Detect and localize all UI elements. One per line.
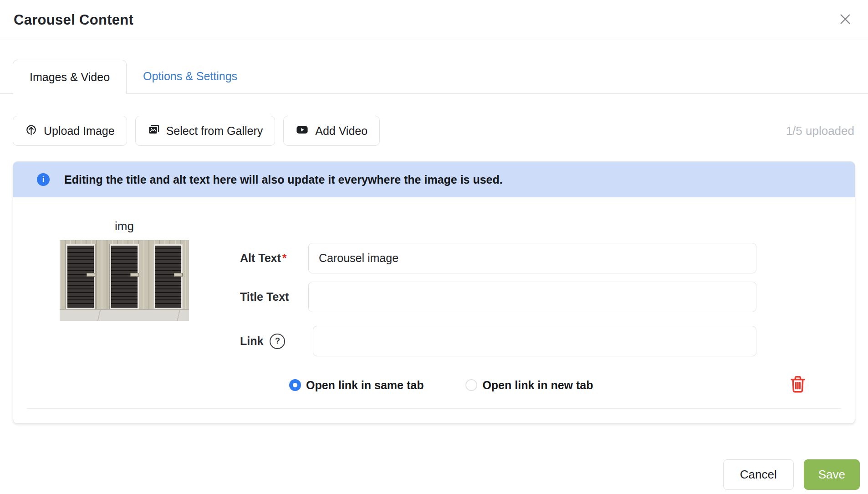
- storage-door: [153, 244, 183, 309]
- close-button[interactable]: [837, 12, 853, 28]
- thumbnail-ground: [60, 309, 189, 321]
- link-label: Link ?: [240, 334, 308, 349]
- image-form: Alt Text* Title Text Link ?: [240, 243, 841, 396]
- modal-title: Carousel Content: [14, 12, 133, 28]
- radio-group-new-tab: Open link in new tab: [465, 379, 593, 392]
- required-asterisk: *: [282, 252, 287, 265]
- add-video-button[interactable]: Add Video: [283, 116, 380, 146]
- radio-new-tab-label[interactable]: Open link in new tab: [482, 379, 593, 392]
- close-icon: [838, 12, 853, 28]
- carousel-image-thumbnail: [60, 240, 189, 321]
- radio-new-tab[interactable]: [465, 379, 477, 391]
- title-text-input[interactable]: [308, 282, 756, 312]
- cancel-button[interactable]: Cancel: [723, 459, 794, 490]
- title-text-row: Title Text: [240, 282, 841, 312]
- radio-same-tab[interactable]: [289, 379, 301, 391]
- tab-images-video[interactable]: Images & Video: [13, 60, 127, 94]
- select-from-gallery-label: Select from Gallery: [166, 124, 263, 138]
- question-icon[interactable]: ?: [270, 334, 285, 349]
- link-target-radio-row: Open link in same tab Open link in new t…: [289, 375, 841, 396]
- tab-bar: Images & Video Options & Settings: [0, 59, 868, 94]
- gallery-icon: [148, 124, 160, 139]
- upload-image-button[interactable]: Upload Image: [13, 116, 127, 146]
- info-banner-text: Editing the title and alt text here will…: [64, 173, 503, 186]
- info-icon: i: [37, 173, 50, 186]
- info-banner: i Editing the title and alt text here wi…: [13, 162, 855, 197]
- storage-door: [66, 244, 95, 309]
- item-editor: img Alt Text* Title Text: [13, 197, 855, 396]
- link-row: Link ?: [240, 326, 841, 356]
- thumbnail-label: img: [60, 219, 189, 233]
- toolbar: Upload Image Select from Gallery Add Vid…: [0, 116, 868, 146]
- tab-options-settings[interactable]: Options & Settings: [127, 59, 254, 93]
- upload-count: 1/5 uploaded: [786, 124, 854, 138]
- save-button[interactable]: Save: [804, 459, 860, 490]
- storage-door: [110, 244, 139, 309]
- alt-text-row: Alt Text*: [240, 243, 841, 273]
- radio-group-same-tab: Open link in same tab: [289, 379, 424, 392]
- modal-header: Carousel Content: [0, 0, 868, 40]
- thumbnail-column: img: [60, 219, 189, 396]
- carousel-item-card: i Editing the title and alt text here wi…: [13, 161, 855, 424]
- trash-icon: [789, 375, 807, 396]
- upload-image-label: Upload Image: [44, 124, 115, 138]
- radio-same-tab-label[interactable]: Open link in same tab: [306, 379, 424, 392]
- alt-text-input[interactable]: [308, 243, 756, 273]
- title-text-label: Title Text: [240, 290, 308, 304]
- card-divider: [27, 408, 841, 409]
- add-video-label: Add Video: [315, 124, 368, 138]
- alt-text-label: Alt Text*: [240, 252, 308, 265]
- upload-icon: [25, 124, 37, 139]
- video-play-icon: [296, 123, 309, 139]
- delete-image-button[interactable]: [789, 375, 807, 396]
- modal-footer: Cancel Save: [0, 459, 860, 490]
- select-from-gallery-button[interactable]: Select from Gallery: [135, 116, 276, 146]
- link-input[interactable]: [313, 326, 756, 356]
